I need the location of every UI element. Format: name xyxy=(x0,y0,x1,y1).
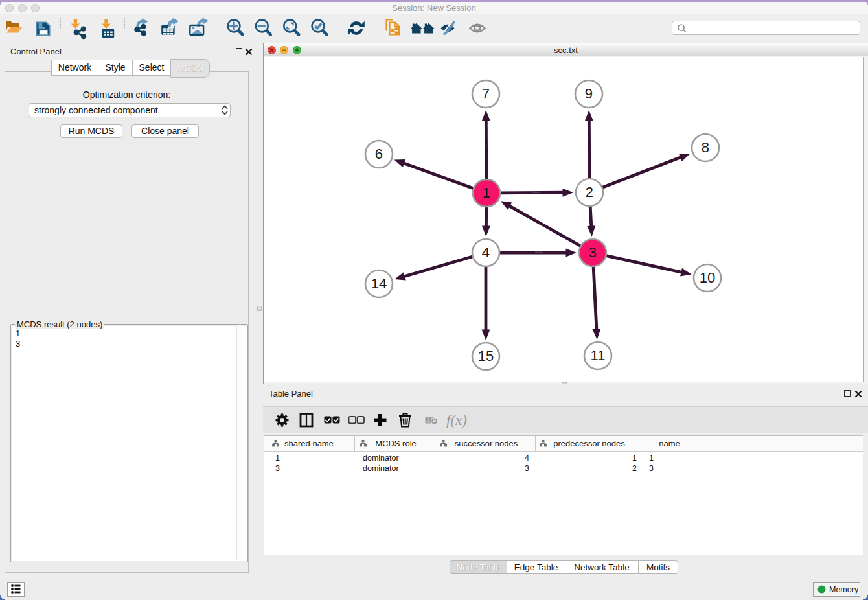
svg-text:14: 14 xyxy=(371,275,387,292)
svg-text:10: 10 xyxy=(700,270,715,286)
svg-text:4: 4 xyxy=(482,244,490,260)
svg-text:3: 3 xyxy=(589,244,597,260)
svg-text:9: 9 xyxy=(585,86,593,102)
svg-text:6: 6 xyxy=(375,146,383,162)
svg-text:15: 15 xyxy=(478,348,494,364)
svg-text:f(x): f(x) xyxy=(446,412,467,428)
svg-text:2: 2 xyxy=(586,184,593,200)
svg-text:7: 7 xyxy=(482,86,490,102)
svg-text:1: 1 xyxy=(483,185,490,201)
svg-text:11: 11 xyxy=(591,347,606,363)
svg-text:8: 8 xyxy=(702,139,709,156)
